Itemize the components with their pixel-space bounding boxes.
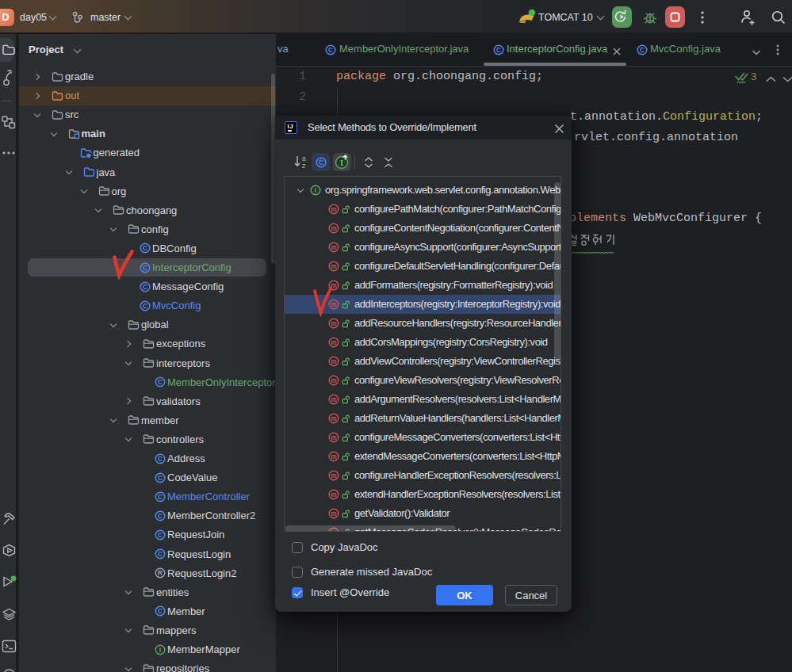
svg-text:m: m xyxy=(331,376,336,384)
svg-text:C: C xyxy=(143,303,147,310)
svg-text:m: m xyxy=(331,357,336,365)
svg-text:C: C xyxy=(158,456,163,463)
svg-text:m: m xyxy=(331,433,336,441)
svg-text:C: C xyxy=(328,47,333,54)
svg-text:C: C xyxy=(158,551,163,558)
svg-text:m: m xyxy=(331,414,336,422)
svg-text:C: C xyxy=(143,265,147,272)
svg-text:R: R xyxy=(158,570,163,577)
svg-text:m: m xyxy=(331,319,336,326)
svg-text:m: m xyxy=(331,224,336,231)
svg-text:m: m xyxy=(331,338,336,346)
svg-text:m: m xyxy=(331,491,336,498)
svg-text:C: C xyxy=(640,47,645,54)
svg-text:z: z xyxy=(302,162,305,169)
svg-text:C: C xyxy=(158,379,163,386)
svg-text:m: m xyxy=(331,205,336,212)
svg-text:C: C xyxy=(158,608,163,615)
svg-text:C: C xyxy=(143,284,147,291)
svg-text:m: m xyxy=(331,262,336,269)
svg-text:I: I xyxy=(159,647,161,654)
svg-text:C: C xyxy=(319,159,323,166)
svg-text:C: C xyxy=(158,494,163,501)
svg-text:I: I xyxy=(315,187,316,194)
svg-text:m: m xyxy=(331,395,336,403)
svg-text:C: C xyxy=(158,513,163,520)
svg-text:C: C xyxy=(158,532,163,539)
svg-text:m: m xyxy=(331,510,336,517)
svg-text:C: C xyxy=(158,475,163,482)
svg-text:m: m xyxy=(331,472,336,479)
svg-text:C: C xyxy=(143,245,147,252)
svg-text:I: I xyxy=(340,158,343,167)
svg-text:m: m xyxy=(331,243,336,250)
svg-text:C: C xyxy=(496,47,501,54)
svg-text:m: m xyxy=(331,452,336,460)
